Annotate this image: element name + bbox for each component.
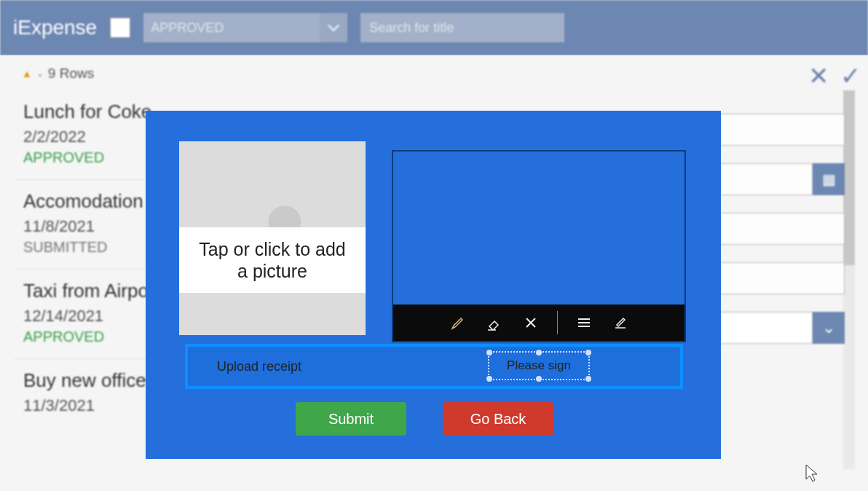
toolbar-separator	[557, 311, 558, 334]
search-input[interactable]	[360, 13, 564, 42]
close-icon[interactable]: ✕	[808, 61, 829, 90]
please-sign-text: Please sign	[507, 358, 571, 373]
please-sign-label[interactable]: Please sign	[488, 351, 590, 380]
chevron-down-icon	[320, 13, 347, 42]
filter-dropdown[interactable]: APPROVED	[143, 13, 347, 42]
lines-icon[interactable]	[574, 313, 594, 333]
picture-upload-box[interactable]: Tap or click to add a picture	[179, 141, 366, 335]
clear-icon[interactable]	[521, 313, 541, 333]
edit-icon[interactable]	[610, 313, 631, 333]
eraser-icon[interactable]	[484, 313, 505, 333]
upload-receipt-label: Upload receipt	[217, 359, 301, 374]
upload-modal: Tap or click to add a picture	[146, 111, 721, 459]
app-title: iExpense	[13, 16, 97, 39]
labels-selection[interactable]: Upload receipt Please sign	[185, 344, 683, 389]
chevron-down-icon[interactable]: ⌄	[813, 312, 845, 344]
submit-button[interactable]: Submit	[296, 402, 406, 436]
warning-icon: ▲	[22, 68, 32, 79]
rows-count: ▲ ⌄ 9 Rows	[22, 66, 94, 82]
signature-box[interactable]	[392, 150, 686, 342]
calendar-icon[interactable]: ▦	[813, 163, 845, 195]
confirm-icon[interactable]: ✓	[840, 61, 861, 90]
filter-value: APPROVED	[151, 20, 224, 36]
rows-count-text: 9 Rows	[48, 66, 94, 82]
go-back-button[interactable]: Go Back	[443, 402, 553, 436]
header-checkbox[interactable]	[110, 17, 130, 38]
chevron-down-icon: ⌄	[36, 68, 44, 79]
scrollbar[interactable]	[843, 90, 855, 469]
picture-prompt: Tap or click to add a picture	[179, 227, 366, 293]
signature-toolbar	[393, 305, 684, 341]
scrollbar-thumb[interactable]	[843, 90, 855, 265]
pen-icon[interactable]	[448, 313, 468, 333]
